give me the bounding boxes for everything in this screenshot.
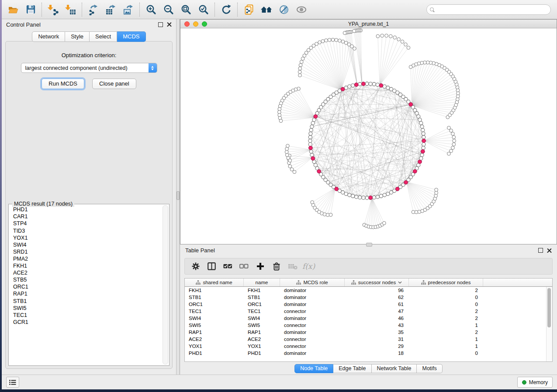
table-row[interactable]: SWI4SWI4dominator462 xyxy=(185,315,547,322)
mcds-result-item[interactable]: GCR1 xyxy=(10,319,163,326)
ring-node[interactable] xyxy=(422,135,426,139)
ring-node[interactable] xyxy=(422,146,425,150)
zoom-selected-button[interactable] xyxy=(195,1,212,18)
ring-node[interactable] xyxy=(376,195,379,199)
satellite-node[interactable] xyxy=(435,188,438,192)
satellite-node[interactable] xyxy=(453,139,456,143)
mcds-list-scrollbar[interactable] xyxy=(163,205,168,364)
satellite-node[interactable] xyxy=(298,67,302,70)
table-row[interactable]: YOX1YOX1connector291 xyxy=(185,343,547,350)
table-row[interactable]: FKH1FKH1dominator962 xyxy=(185,287,547,294)
mcds-node[interactable] xyxy=(379,84,383,88)
tab-select[interactable]: Select xyxy=(90,31,117,42)
ring-node[interactable] xyxy=(376,83,379,86)
table-options-button[interactable] xyxy=(187,260,204,273)
table-scrollbar-thumb[interactable] xyxy=(547,288,551,327)
ring-node[interactable] xyxy=(383,85,386,88)
mcds-node[interactable] xyxy=(362,82,366,86)
column-header-name[interactable]: name xyxy=(244,279,280,286)
select-all-button[interactable] xyxy=(220,260,236,273)
ring-node[interactable] xyxy=(348,85,351,88)
clone-network-button[interactable] xyxy=(240,1,258,18)
import-network-button[interactable] xyxy=(45,1,62,18)
satellite-node[interactable] xyxy=(343,31,346,35)
tab-node-table[interactable]: Node Table xyxy=(294,364,333,373)
criterion-dropdown[interactable]: largest connected component (undirected) xyxy=(21,63,157,73)
tab-mcds[interactable]: MCDS xyxy=(117,31,145,42)
zoom-in-button[interactable] xyxy=(142,1,160,18)
ring-node[interactable] xyxy=(386,192,390,196)
satellite-node[interactable] xyxy=(318,41,322,44)
ring-node[interactable] xyxy=(308,143,312,146)
satellite-node[interactable] xyxy=(285,150,288,154)
ring-node[interactable] xyxy=(308,139,312,142)
mcds-result-item[interactable]: ORC1 xyxy=(10,284,163,291)
mcds-result-item[interactable]: YOX1 xyxy=(10,234,163,241)
ring-node[interactable] xyxy=(365,82,369,86)
ring-node[interactable] xyxy=(422,132,425,135)
hide-details-button[interactable] xyxy=(275,1,293,18)
satellite-node[interactable] xyxy=(299,63,302,67)
run-mcds-button[interactable]: Run MCDS xyxy=(42,79,84,89)
mcds-node[interactable] xyxy=(317,169,321,173)
satellite-node[interactable] xyxy=(331,38,335,41)
satellite-node[interactable] xyxy=(401,40,404,43)
mcds-result-item[interactable]: ACE2 xyxy=(10,270,163,277)
close-panel-button-2[interactable]: Close panel xyxy=(92,79,136,89)
deselect-all-button[interactable] xyxy=(236,260,252,273)
satellite-node[interactable] xyxy=(288,165,292,168)
mcds-result-item[interactable]: PMA2 xyxy=(10,256,163,263)
satellite-node[interactable] xyxy=(407,46,410,49)
ring-node[interactable] xyxy=(348,193,351,197)
mcds-node[interactable] xyxy=(341,87,345,91)
mcds-node[interactable] xyxy=(395,187,399,191)
satellite-node[interactable] xyxy=(397,38,401,41)
mcds-node[interactable] xyxy=(314,115,318,119)
mcds-node[interactable] xyxy=(309,146,313,150)
mcds-result-item[interactable]: PHD1 xyxy=(10,206,163,213)
zoom-fit-button[interactable] xyxy=(177,1,195,18)
mcds-result-item[interactable]: SRD1 xyxy=(10,249,163,256)
ring-node[interactable] xyxy=(422,143,426,146)
satellite-node[interactable] xyxy=(409,65,412,69)
zoom-out-button[interactable] xyxy=(160,1,177,18)
column-header-predecessor-nodes[interactable]: predecessor nodes xyxy=(409,279,483,286)
ring-node[interactable] xyxy=(311,121,315,125)
table-row[interactable]: ACE2ACE2connector311 xyxy=(185,336,547,343)
satellite-node[interactable] xyxy=(300,60,303,64)
horizontal-splitter-grip[interactable] xyxy=(366,243,372,247)
satellite-node[interactable] xyxy=(385,34,388,38)
delete-column-button[interactable] xyxy=(268,260,284,273)
satellite-node[interactable] xyxy=(452,135,456,139)
ring-node[interactable] xyxy=(312,160,316,163)
mcds-node[interactable] xyxy=(413,169,417,173)
mcds-node[interactable] xyxy=(422,139,426,143)
satellite-node[interactable] xyxy=(301,57,304,60)
table-row[interactable]: SWI5SWI5connector431 xyxy=(185,322,547,329)
ring-node[interactable] xyxy=(355,195,358,199)
tab-network-table[interactable]: Network Table xyxy=(372,364,417,373)
mcds-node[interactable] xyxy=(409,103,413,107)
satellite-node[interactable] xyxy=(298,70,301,74)
ring-node[interactable] xyxy=(362,196,365,199)
mcds-result-item[interactable]: RAP1 xyxy=(10,291,163,298)
export-table-button[interactable] xyxy=(102,1,120,18)
satellite-node[interactable] xyxy=(353,29,356,33)
mcds-result-item[interactable]: FKH1 xyxy=(10,263,163,270)
tab-style[interactable]: Style xyxy=(65,31,90,42)
ring-node[interactable] xyxy=(365,196,369,199)
ring-node[interactable] xyxy=(419,121,423,125)
export-network-button[interactable] xyxy=(85,1,102,18)
open-session-button[interactable] xyxy=(4,1,22,18)
ring-node[interactable] xyxy=(310,153,314,157)
satellite-node[interactable] xyxy=(335,38,338,42)
mcds-result-item[interactable]: SWI5 xyxy=(10,305,163,312)
ring-node[interactable] xyxy=(309,150,313,153)
ring-node[interactable] xyxy=(309,128,313,132)
satellite-node[interactable] xyxy=(338,39,342,42)
satellite-node[interactable] xyxy=(321,40,325,43)
satellite-node[interactable] xyxy=(389,34,392,38)
mcds-node[interactable] xyxy=(404,180,408,184)
table-row[interactable]: STB1STB1dominator620 xyxy=(185,294,547,301)
satellite-node[interactable] xyxy=(452,143,456,146)
